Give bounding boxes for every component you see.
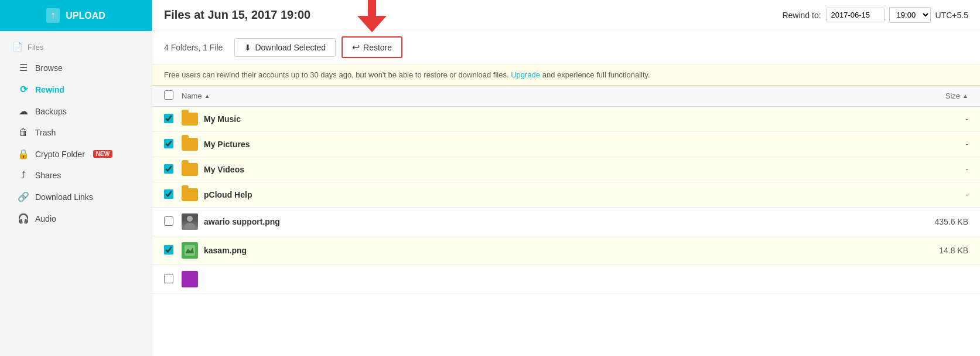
new-badge: NEW — [93, 150, 112, 158]
table-row: My Pictures- — [152, 132, 980, 157]
header-name-col: Name ▲ — [182, 91, 898, 100]
file-name: kasam.png — [204, 246, 247, 255]
browse-icon: ☰ — [18, 62, 29, 73]
file-size: - — [898, 190, 968, 199]
sidebar-crypto-label: Crypto Folder — [35, 150, 85, 159]
download-links-icon: 🔗 — [18, 191, 29, 202]
table-row: My Videos- — [152, 157, 980, 182]
folder-icon — [182, 163, 198, 176]
rewind-icon: ⟳ — [18, 84, 29, 95]
name-sort-icon[interactable]: ▲ — [204, 93, 210, 99]
file-table: Name ▲ Size ▲ My Music-My Pictures-My Vi… — [152, 86, 980, 356]
notice-text: Free users can rewind their accounts up … — [164, 70, 509, 79]
table-row: kasam.png14.8 KB — [152, 236, 980, 265]
files-icon: 📄 — [12, 42, 23, 52]
sidebar-trash-label: Trash — [35, 128, 56, 137]
rewind-controls: Rewind to: 19:00 UTC+5.5 — [782, 7, 968, 23]
top-bar: Files at Jun 15, 2017 19:00 Rewind to: 1… — [152, 0, 980, 30]
rewind-label: Rewind to: — [782, 11, 821, 20]
toolbar: 4 Folders, 1 File ⬇ Download Selected ↩ … — [152, 30, 980, 65]
select-all-checkbox[interactable] — [164, 90, 173, 100]
rewind-date-input[interactable] — [826, 8, 885, 22]
restore-icon: ↩ — [352, 42, 360, 53]
file-thumbnail — [182, 242, 198, 259]
table-row — [152, 265, 980, 294]
sidebar-shares-label: Shares — [35, 171, 61, 180]
download-selected-button[interactable]: ⬇ Download Selected — [234, 38, 336, 57]
row-checkbox[interactable] — [164, 164, 173, 174]
file-size: 14.8 KB — [898, 246, 968, 255]
size-sort-icon[interactable]: ▲ — [962, 93, 968, 99]
file-count: 4 Folders, 1 File — [164, 43, 223, 52]
header-check-col — [164, 90, 182, 101]
download-selected-icon: ⬇ — [244, 43, 251, 52]
file-size: - — [898, 140, 968, 149]
col-name-label: Name — [182, 91, 202, 100]
sidebar-item-crypto[interactable]: 🔒 Crypto Folder NEW — [0, 143, 152, 165]
backups-icon: ☁ — [18, 106, 29, 117]
restore-label: Restore — [363, 43, 392, 52]
upload-button[interactable]: ↑ UPLOAD — [0, 0, 152, 31]
sidebar-item-rewind[interactable]: ⟳ Rewind — [0, 79, 152, 100]
file-rows: My Music-My Pictures-My Videos-pCloud He… — [152, 107, 980, 294]
sidebar-files-label: Files — [28, 43, 43, 52]
rewind-tz: UTC+5.5 — [935, 11, 968, 20]
notice-bar: Free users can rewind their accounts up … — [152, 65, 980, 86]
download-selected-label: Download Selected — [255, 43, 326, 52]
row-checkbox[interactable] — [164, 216, 173, 226]
file-name: pCloud Help — [204, 190, 252, 199]
header-size-col: Size ▲ — [898, 91, 968, 100]
main-content: Files at Jun 15, 2017 19:00 Rewind to: 1… — [152, 0, 980, 356]
upload-label: UPLOAD — [66, 11, 105, 21]
file-name: My Pictures — [204, 140, 250, 149]
sidebar-nav: 📄 Files ☰ Browse ⟳ Rewind ☁ Backups 🗑 Tr… — [0, 31, 152, 235]
file-name: awario support.png — [204, 217, 280, 226]
sidebar-download-links-label: Download Links — [35, 192, 93, 202]
row-checkbox[interactable] — [164, 114, 173, 123]
folder-icon — [182, 113, 198, 126]
file-name: My Videos — [204, 165, 244, 174]
file-name: My Music — [204, 114, 241, 124]
svg-point-3 — [185, 223, 195, 229]
sidebar-item-backups[interactable]: ☁ Backups — [0, 100, 152, 122]
notice-text2: and experience full functionality. — [542, 70, 650, 79]
col-size-label: Size — [945, 91, 960, 100]
sidebar-item-trash[interactable]: 🗑 Trash — [0, 122, 152, 143]
file-size: 435.6 KB — [898, 217, 968, 226]
file-thumbnail — [182, 213, 198, 230]
table-row: pCloud Help- — [152, 182, 980, 208]
restore-button[interactable]: ↩ Restore — [342, 36, 402, 58]
svg-rect-6 — [183, 273, 196, 286]
table-row: My Music- — [152, 107, 980, 132]
trash-icon: 🗑 — [18, 127, 29, 138]
upgrade-link[interactable]: Upgrade — [511, 70, 540, 79]
file-thumbnail — [182, 271, 198, 287]
row-checkbox[interactable] — [164, 245, 173, 255]
folder-icon — [182, 138, 198, 151]
row-checkbox[interactable] — [164, 139, 173, 148]
sidebar-audio-label: Audio — [35, 214, 56, 223]
sidebar-item-browse[interactable]: ☰ Browse — [0, 57, 152, 79]
sidebar: ↑ UPLOAD 📄 Files ☰ Browse ⟳ Rewind ☁ Bac… — [0, 0, 152, 356]
restore-button-container: ↩ Restore — [342, 36, 402, 58]
row-checkbox[interactable] — [164, 189, 173, 199]
sidebar-backups-label: Backups — [35, 107, 67, 116]
audio-icon: 🎧 — [18, 213, 29, 224]
upload-icon: ↑ — [46, 8, 60, 23]
sidebar-item-download-links[interactable]: 🔗 Download Links — [0, 186, 152, 208]
row-checkbox[interactable] — [164, 274, 173, 283]
sidebar-rewind-label: Rewind — [35, 85, 64, 94]
folder-icon — [182, 188, 198, 201]
page-title: Files at Jun 15, 2017 19:00 — [164, 8, 310, 22]
file-size: - — [898, 165, 968, 174]
file-size: - — [898, 114, 968, 124]
table-row: awario support.png435.6 KB — [152, 208, 980, 236]
table-header: Name ▲ Size ▲ — [152, 86, 980, 107]
svg-point-2 — [187, 216, 193, 222]
sidebar-item-audio[interactable]: 🎧 Audio — [0, 208, 152, 229]
shares-icon: ⤴ — [18, 170, 29, 181]
sidebar-item-files[interactable]: 📄 Files — [0, 37, 152, 57]
rewind-time-select[interactable]: 19:00 — [889, 7, 931, 23]
sidebar-browse-label: Browse — [35, 63, 63, 73]
sidebar-item-shares[interactable]: ⤴ Shares — [0, 165, 152, 186]
